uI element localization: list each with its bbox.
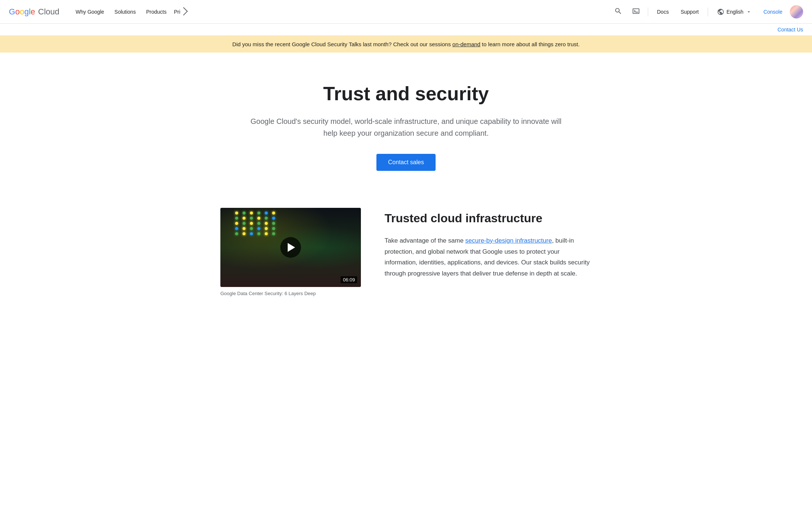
banner-text-after: to learn more about all things zero trus…: [480, 41, 579, 47]
google-logo: Google: [9, 7, 35, 17]
contact-bar: Contact Us: [0, 24, 812, 36]
search-button[interactable]: [611, 4, 626, 19]
nav-support[interactable]: Support: [676, 6, 703, 18]
terminal-button[interactable]: [629, 4, 643, 19]
terminal-icon: [632, 7, 640, 16]
hero-title: Trust and security: [248, 82, 564, 105]
nav-docs[interactable]: Docs: [653, 6, 673, 18]
nav-solutions[interactable]: Solutions: [110, 6, 141, 18]
section-body-before: Take advantage of the same: [385, 237, 465, 244]
nav-actions: Docs Support English Console: [611, 4, 803, 19]
nav-divider-2: [708, 7, 708, 16]
chevron-down-icon: [746, 9, 752, 15]
console-link[interactable]: Console: [759, 6, 787, 18]
nav-divider: [648, 7, 648, 16]
language-selector[interactable]: English: [713, 5, 756, 18]
nav-more[interactable]: Pri: [172, 6, 188, 18]
nav-why-google[interactable]: Why Google: [71, 6, 109, 18]
hero-subtitle: Google Cloud's security model, world-sca…: [248, 115, 564, 139]
play-icon: [288, 243, 295, 252]
language-label: English: [727, 9, 744, 15]
contact-us-link[interactable]: Contact Us: [778, 27, 803, 33]
banner-text-before: Did you miss the recent Google Cloud Sec…: [232, 41, 452, 47]
avatar[interactable]: [790, 5, 803, 18]
chevron-right-icon: [179, 7, 188, 16]
nav-products[interactable]: Products: [142, 6, 171, 18]
banner-link[interactable]: on-demand: [452, 41, 480, 47]
video-caption: Google Data Center Security: 6 Layers De…: [220, 291, 361, 296]
logo-link[interactable]: Google Cloud: [9, 7, 60, 17]
video-thumbnail[interactable]: 06:09: [220, 208, 361, 287]
contact-sales-button[interactable]: Contact sales: [376, 154, 436, 171]
announcement-banner: Did you miss the recent Google Cloud Sec…: [0, 36, 812, 53]
section-body: Take advantage of the same secure-by-des…: [385, 235, 592, 279]
search-icon: [614, 7, 622, 16]
video-duration: 06:09: [341, 276, 357, 283]
infrastructure-text-block: Trusted cloud infrastructure Take advant…: [385, 208, 592, 279]
globe-icon: [717, 8, 724, 16]
content-section: 06:09 Google Data Center Security: 6 Lay…: [203, 193, 609, 326]
section-title: Trusted cloud infrastructure: [385, 211, 592, 226]
nav-pricing-label: Pri: [174, 9, 180, 15]
video-block: 06:09 Google Data Center Security: 6 Lay…: [220, 208, 361, 296]
nav-links: Why Google Solutions Products Pri: [71, 6, 611, 18]
main-nav: Google Cloud Why Google Solutions Produc…: [0, 0, 812, 24]
hero-section: Trust and security Google Cloud's securi…: [240, 53, 572, 193]
cloud-label: Cloud: [38, 7, 59, 17]
infrastructure-link[interactable]: secure-by-design infrastructure: [465, 237, 552, 244]
play-button[interactable]: [280, 237, 301, 258]
